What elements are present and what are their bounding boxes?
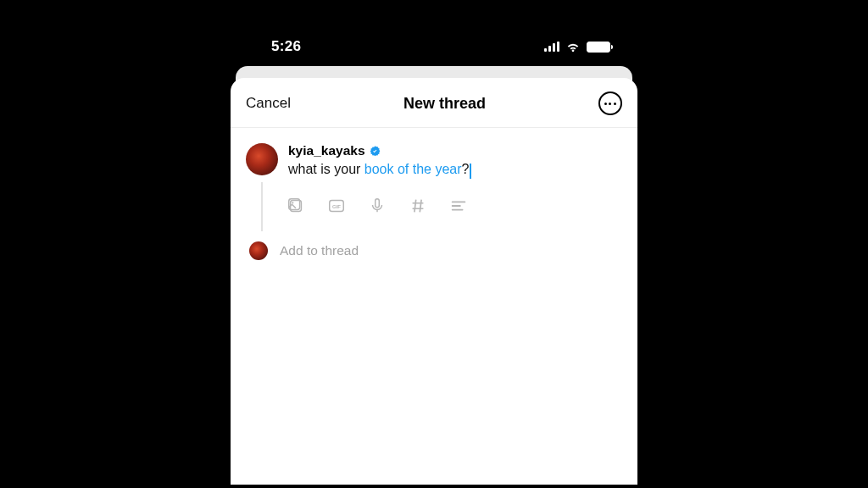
text-cursor xyxy=(470,164,471,179)
attach-gif-button[interactable]: GIF xyxy=(327,196,348,216)
add-thread-label: Add to thread xyxy=(280,243,359,258)
attach-image-button[interactable] xyxy=(287,196,307,216)
attach-audio-button[interactable] xyxy=(368,196,388,216)
phone-frame: 5:26 Cancel New thread xyxy=(231,24,637,485)
user-row: kyia_kayaks xyxy=(288,143,622,158)
add-thread-row[interactable]: Add to thread xyxy=(231,226,637,260)
attach-hashtag-button[interactable] xyxy=(409,196,429,216)
compose-text-input[interactable]: what is your book of the year? xyxy=(288,160,622,179)
cancel-button[interactable]: Cancel xyxy=(246,95,291,112)
avatar[interactable] xyxy=(246,143,278,175)
status-time: 5:26 xyxy=(271,38,301,55)
wifi-icon xyxy=(565,42,581,53)
svg-text:GIF: GIF xyxy=(332,204,341,209)
status-icons xyxy=(544,42,610,53)
attach-poll-button[interactable] xyxy=(449,196,470,216)
compose-text-prefix: what is your xyxy=(288,162,364,176)
compose-sheet: Cancel New thread kyia_kayaks what is yo… xyxy=(231,78,637,485)
thread-connector-line xyxy=(261,182,263,231)
compose-text-tag: book of the year xyxy=(364,162,462,176)
cellular-icon xyxy=(544,42,559,52)
compose-body: kyia_kayaks what is your book of the yea… xyxy=(288,143,622,179)
svg-point-2 xyxy=(292,202,293,203)
username: kyia_kayaks xyxy=(288,143,365,158)
more-options-button[interactable] xyxy=(598,92,622,115)
sheet-title: New thread xyxy=(403,95,486,113)
ellipsis-icon xyxy=(604,103,616,105)
status-bar: 5:26 xyxy=(231,24,637,69)
avatar-small xyxy=(249,241,268,260)
compose-text-suffix: ? xyxy=(462,162,470,176)
dynamic-island xyxy=(375,32,493,63)
svg-rect-5 xyxy=(376,198,380,207)
sheet-header: Cancel New thread xyxy=(231,78,637,128)
compose-row: kyia_kayaks what is your book of the yea… xyxy=(231,128,637,186)
battery-icon xyxy=(587,42,610,53)
attachment-row: GIF xyxy=(231,186,637,216)
verified-badge-icon xyxy=(369,145,381,158)
